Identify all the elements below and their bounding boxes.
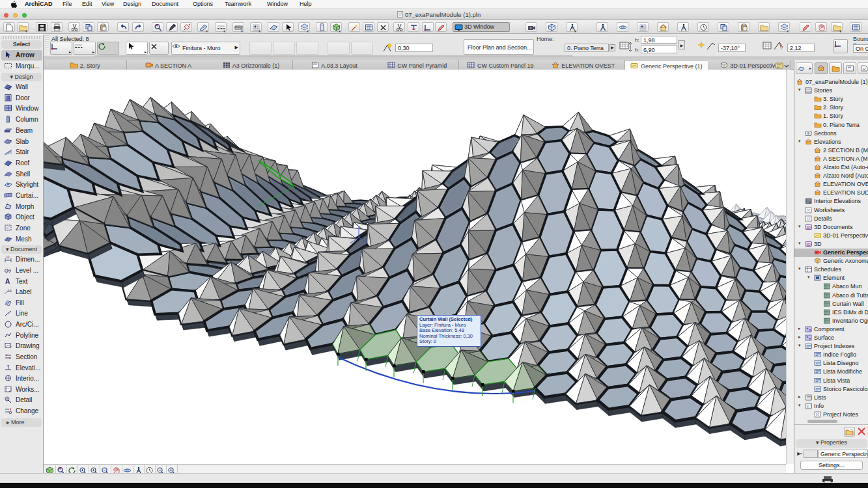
svg-text:3D: 3D bbox=[806, 225, 811, 229]
svg-text:12: 12 bbox=[7, 256, 10, 259]
svg-text:3D: 3D bbox=[806, 242, 811, 246]
svg-text:A1: A1 bbox=[7, 289, 12, 293]
svg-text:i: i bbox=[807, 404, 808, 409]
svg-text:A: A bbox=[5, 278, 10, 285]
